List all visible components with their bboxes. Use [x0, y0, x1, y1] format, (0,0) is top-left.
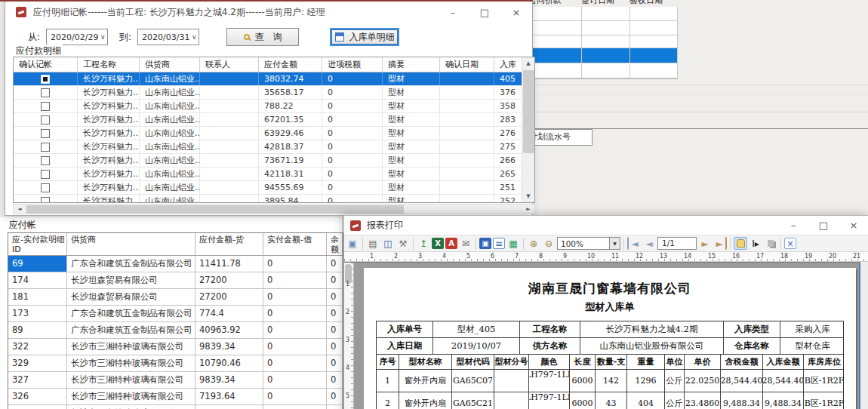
- scrollbar-thumb[interactable]: [523, 70, 534, 153]
- table-row[interactable]: 长沙万科魅力...山东南山铝业...42118.310型材265: [14, 168, 534, 181]
- table-row[interactable]: 长沙万科魅力...山东南山铝业...73671.190型材266: [14, 154, 534, 168]
- column-header[interactable]: 实付金额-借: [263, 233, 327, 255]
- table-row[interactable]: 329长沙市三湘特种玻璃有限公司10790.4600: [8, 355, 343, 372]
- titlebar[interactable]: 报表打印 – □ ×: [344, 216, 868, 235]
- email-icon[interactable]: ✉: [459, 237, 472, 250]
- table-row[interactable]: 长沙万科魅力...山东南山铝业...35658.170型材376: [14, 86, 534, 100]
- next-page-icon[interactable]: ►: [698, 237, 712, 250]
- preview-scrollbar[interactable]: [860, 262, 868, 409]
- column-header[interactable]: 摘要: [383, 57, 440, 72]
- maximize-button[interactable]: □: [808, 216, 839, 235]
- confirm-checkbox[interactable]: [41, 170, 50, 179]
- table-row[interactable]: 长沙万科魅力...山东南山铝业...38032.740型材405: [14, 72, 534, 86]
- horizontal-scrollbar[interactable]: ◄ ►: [13, 204, 535, 214]
- hand-tool-icon[interactable]: [734, 237, 747, 250]
- confirm-checkbox[interactable]: [41, 115, 50, 125]
- query-button[interactable]: 查 询: [226, 28, 299, 46]
- confirm-checkbox[interactable]: [41, 156, 50, 165]
- report-cell: 6000: [570, 392, 596, 409]
- export-icon[interactable]: ↥: [417, 237, 430, 250]
- from-date-select[interactable]: 2020/02/29∨: [46, 29, 108, 45]
- pdf-icon[interactable]: A: [445, 238, 457, 249]
- close-button[interactable]: ×: [500, 1, 532, 23]
- column-header[interactable]: 供货商: [67, 233, 195, 255]
- table-row[interactable]: 长沙万科魅力...山东南山铝业...788.220型材358: [14, 100, 534, 113]
- chevron-down-icon[interactable]: ∨: [189, 33, 199, 41]
- ruler-number: 17: [756, 253, 764, 260]
- table-row[interactable]: 长沙万科魅力...山东南山铝业...42818.370型材275: [14, 140, 534, 154]
- table-row[interactable]: 69广东合和建筑五金制品有限公司11411.7800: [8, 256, 343, 272]
- book-icon[interactable]: ◫: [381, 237, 395, 250]
- titlebar[interactable]: 应付明细记帐------当前工程: 长沙万科魅力之城4.2期------当前用户…: [5, 1, 532, 23]
- vertical-scrollbar[interactable]: ▲ ▼: [522, 57, 534, 202]
- table-row[interactable]: 长沙万科魅力...山东南山铝业...94555.690型材251: [14, 181, 534, 195]
- excel-icon[interactable]: X: [432, 238, 444, 249]
- column-header[interactable]: 工程名称: [78, 57, 140, 72]
- scroll-down-icon[interactable]: ▼: [522, 190, 534, 202]
- table-row[interactable]: 89广东合和建筑五金制品有限公司40963.9200: [8, 322, 343, 339]
- text-select-icon[interactable]: I▸: [749, 237, 762, 250]
- toolbar-separator: [362, 238, 363, 250]
- prev-page-icon[interactable]: ◄: [642, 237, 656, 250]
- payables-table: 应-实付款明细ID供货商应付金额-货实付金额-借余额 69广东合和建筑五金制品有…: [8, 232, 343, 409]
- column-header[interactable]: 应付金额-货: [195, 233, 263, 255]
- report-preview-area[interactable]: 12345 湖南亘晟门窗幕墙有限公司 型材入库单 入库单号型材_405工程名称长…: [344, 262, 859, 409]
- table-row[interactable]: 322长沙市三湘特种玻璃有限公司9839.3400: [8, 339, 343, 355]
- chevron-down-icon[interactable]: ▼: [609, 238, 620, 249]
- table-row[interactable]: 181长沙坦森贸易有限公司2720000: [8, 289, 343, 306]
- save-icon[interactable]: ▣: [479, 238, 491, 249]
- column-header[interactable]: 余额: [327, 233, 343, 255]
- chevron-down-icon[interactable]: ∨: [98, 33, 107, 41]
- maximize-button[interactable]: □: [469, 1, 500, 23]
- confirm-checkbox[interactable]: [41, 129, 50, 138]
- archive-icon[interactable]: ▦: [506, 237, 520, 250]
- confirm-checkbox[interactable]: [41, 197, 50, 204]
- column-header[interactable]: 入库: [494, 57, 523, 72]
- report-info-table: 入库单号型材_405工程名称长沙万科魅力之城4.2期入库类型采购入库入库日期20…: [376, 321, 844, 355]
- confirm-checkbox[interactable]: [41, 75, 50, 84]
- print-icon[interactable]: ▤: [366, 237, 380, 250]
- scroll-left-icon[interactable]: ◄: [14, 204, 26, 214]
- table-row[interactable]: 长沙万科魅力...山东南山铝业...67201.350型材283: [14, 113, 534, 127]
- to-date-select[interactable]: 2020/03/31∨: [137, 29, 199, 45]
- close-button[interactable]: ×: [839, 216, 868, 235]
- page-number-input[interactable]: 1/1: [657, 237, 697, 250]
- first-page-icon[interactable]: ◄: [627, 237, 641, 250]
- settings-icon[interactable]: ⚒: [396, 237, 410, 250]
- minimize-button[interactable]: –: [437, 1, 469, 23]
- scroll-right-icon[interactable]: ►: [522, 204, 534, 214]
- document-icon[interactable]: ≡: [493, 238, 505, 249]
- copy-icon[interactable]: [764, 237, 777, 250]
- column-header[interactable]: 供货商: [140, 57, 200, 72]
- confirm-checkbox[interactable]: [41, 183, 50, 192]
- column-header[interactable]: 应付金额: [259, 57, 322, 72]
- table-row[interactable]: 174长沙坦森贸易有限公司2720000: [8, 272, 343, 289]
- inbound-detail-button[interactable]: 入库单明细: [330, 28, 399, 46]
- last-page-icon[interactable]: ►: [713, 237, 727, 250]
- report-column-header: 入库金额: [763, 355, 804, 369]
- page-setup-icon[interactable]: ▣: [346, 237, 359, 250]
- confirm-checkbox[interactable]: [41, 143, 50, 152]
- window-title: 应付明细记帐------当前工程: 长沙万科魅力之城4.2期------当前用户…: [33, 6, 325, 19]
- minimize-button[interactable]: –: [778, 216, 808, 235]
- close-preview-icon[interactable]: ×: [784, 238, 796, 249]
- table-row[interactable]: 长沙万科魅力...山东南山铝业...3895.840型材252: [14, 195, 534, 203]
- table-row[interactable]: 长沙万科魅力...山东南山铝业...63929.460型材276: [14, 127, 534, 140]
- column-header[interactable]: 确认日期: [440, 57, 494, 72]
- zoom-in-icon[interactable]: ⊕: [527, 237, 540, 250]
- scrollbar-thumb[interactable]: [26, 205, 404, 214]
- column-header[interactable]: 进项税额: [322, 57, 383, 72]
- group-label: 应付帐: [8, 219, 38, 232]
- zoom-select[interactable]: 100%▼: [557, 237, 620, 250]
- table-row[interactable]: 长沙市三湘特种玻璃有限公司: [8, 405, 343, 409]
- scroll-up-icon[interactable]: ▲: [522, 57, 534, 69]
- table-row[interactable]: 327长沙市三湘特种玻璃有限公司9839.3400: [8, 372, 343, 389]
- column-header[interactable]: 联系人: [200, 57, 259, 72]
- zoom-out-icon[interactable]: ⊖: [542, 237, 556, 250]
- confirm-checkbox[interactable]: [41, 88, 50, 97]
- table-row[interactable]: 173广东合和建筑五金制品有限公司774.400: [8, 306, 343, 322]
- column-header[interactable]: 应-实付款明细ID: [8, 233, 67, 255]
- confirm-checkbox[interactable]: [41, 102, 50, 111]
- table-row[interactable]: 326长沙市三湘特种玻璃有限公司7193.6400: [8, 389, 343, 405]
- column-header[interactable]: 确认记帐: [14, 57, 78, 72]
